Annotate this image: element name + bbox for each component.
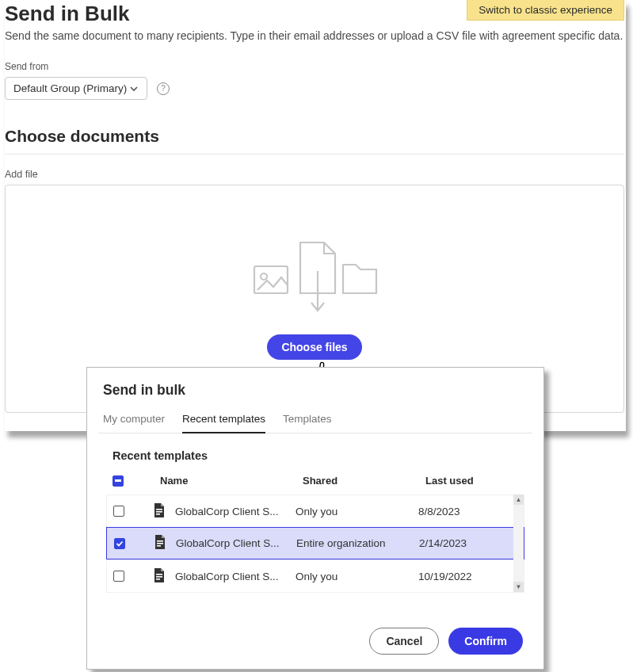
svg-rect-4 (156, 514, 160, 515)
add-file-label: Add file (5, 169, 624, 180)
document-icon (154, 534, 168, 552)
row-last: 8/8/2023 (418, 506, 521, 517)
switch-classic-link[interactable]: Switch to classic experience (467, 0, 624, 21)
svg-rect-6 (157, 543, 163, 544)
select-all-checkbox[interactable] (112, 475, 124, 487)
row-name: GlobalCorp Client S... (175, 571, 296, 582)
svg-rect-10 (156, 578, 160, 580)
document-icon (153, 567, 167, 586)
row-name: GlobalCorp Client S... (175, 506, 296, 517)
row-checkbox[interactable] (113, 506, 124, 517)
send-from-value: Default Group (Primary) (13, 82, 127, 94)
table-row[interactable]: GlobalCorp Client S... Entire organizati… (106, 527, 524, 559)
svg-rect-7 (157, 545, 161, 547)
svg-point-1 (261, 273, 267, 280)
page-subtitle: Send the same document to many recipient… (5, 29, 624, 42)
svg-rect-3 (156, 511, 162, 513)
tab-my-computer[interactable]: My computer (103, 413, 165, 433)
col-shared: Shared (303, 475, 425, 487)
svg-rect-2 (156, 509, 162, 510)
col-last-used: Last used (425, 475, 528, 487)
document-icon (153, 502, 167, 521)
row-last: 2/14/2023 (419, 537, 522, 549)
row-checkbox[interactable] (114, 538, 125, 549)
table-body: ▲ ▼ GlobalCorp Client S... Only you 8/8/… (106, 494, 524, 593)
table-row[interactable]: GlobalCorp Client S... Only you 8/8/2023 (107, 494, 524, 527)
col-name: Name (160, 475, 303, 487)
modal-tabs: My computer Recent templates Templates (98, 413, 532, 433)
row-name: GlobalCorp Client S... (176, 537, 296, 549)
svg-rect-5 (157, 540, 163, 542)
send-from-dropdown[interactable]: Default Group (Primary) (5, 77, 147, 100)
svg-rect-8 (156, 574, 162, 575)
choose-documents-heading: Choose documents (5, 127, 624, 155)
row-checkbox[interactable] (113, 571, 124, 582)
send-from-label: Send from (5, 61, 624, 72)
cancel-button[interactable]: Cancel (369, 628, 439, 655)
modal-title: Send in bulk (103, 382, 532, 399)
choose-files-button[interactable]: Choose files (267, 334, 361, 360)
tab-templates[interactable]: Templates (283, 413, 332, 433)
file-picker-modal: Send in bulk My computer Recent template… (86, 367, 544, 670)
scroll-down-icon[interactable]: ▼ (513, 582, 524, 592)
row-last: 10/19/2022 (418, 571, 521, 582)
chevron-down-icon (129, 84, 139, 94)
scrollbar[interactable]: ▲ ▼ (513, 494, 524, 592)
table-row[interactable]: GlobalCorp Client S... Only you 10/19/20… (107, 559, 524, 592)
svg-rect-9 (156, 576, 162, 578)
row-shared: Only you (296, 571, 418, 582)
table-header: Name Shared Last used (98, 470, 532, 494)
tab-recent-templates[interactable]: Recent templates (182, 413, 265, 433)
confirm-button[interactable]: Confirm (448, 628, 523, 655)
modal-section-label: Recent templates (112, 449, 532, 462)
help-icon[interactable]: ? (157, 82, 170, 95)
dropzone-art-icon (251, 238, 378, 314)
scroll-up-icon[interactable]: ▲ (513, 494, 524, 505)
row-shared: Entire organization (296, 537, 419, 549)
row-shared: Only you (296, 506, 418, 517)
